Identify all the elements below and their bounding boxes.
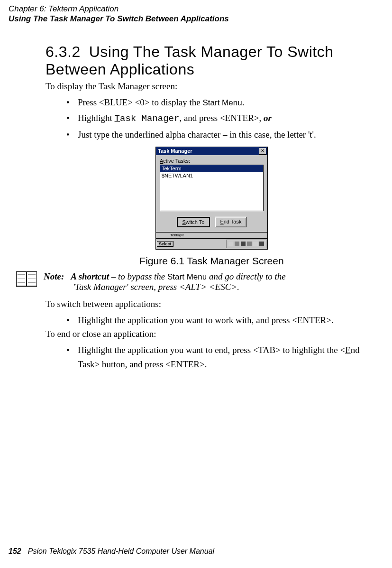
list-item: Highlight Task Manager, and press <ENTER… (66, 111, 378, 126)
manual-title: Psion Teklogix 7535 Hand-Held Computer U… (28, 547, 214, 555)
tray-icon (235, 242, 239, 246)
list-item: Highlight the application you want to en… (66, 343, 378, 371)
tray-icon (253, 242, 258, 246)
underlined-char: T (115, 113, 120, 124)
end-task-button[interactable]: End Task (215, 217, 246, 227)
teklogix-label: Teklogix (170, 233, 184, 237)
mono-task-manager: Task Manager (115, 113, 180, 124)
start-menu-term: Start Menu (167, 272, 207, 281)
list-item: Highlight the application you want to wo… (66, 313, 378, 327)
underlined-char: E (345, 345, 351, 355)
close-icon[interactable]: × (259, 148, 266, 155)
start-menu-term: Start Menu (202, 98, 242, 107)
text: , and press <ENTER>, (179, 113, 264, 123)
titlebar: Task Manager × (156, 147, 267, 155)
text: witch To (186, 219, 205, 225)
text: ctive Tasks: (163, 158, 190, 164)
text: – to bypass the (109, 271, 167, 281)
switch-intro: To switch between applications: (46, 299, 378, 309)
page-footer: 152Psion Teklogix 7535 Hand-Held Compute… (9, 547, 214, 556)
text: A shortcut (71, 271, 109, 281)
text: Highlight the application you want to en… (78, 345, 345, 355)
note-block: Note:A shortcut – to bypass the Start Me… (16, 271, 378, 292)
underlined-char: S (182, 219, 186, 225)
book-icon (16, 271, 37, 287)
list-item[interactable]: TekTerm (160, 165, 263, 172)
switch-to-button[interactable]: Switch To (177, 217, 210, 227)
bullet-list-2: Highlight the application you want to wo… (46, 313, 378, 327)
tray-icon (259, 242, 264, 246)
window-title: Task Manager (158, 148, 259, 154)
text: ask Manager (120, 113, 179, 124)
end-intro: To end or close an application: (46, 329, 378, 339)
tray-icon (247, 242, 252, 246)
tray-icon (241, 242, 246, 246)
system-tray (226, 240, 266, 248)
bullet-list-3: Highlight the application you want to en… (46, 343, 378, 371)
or-text: or (264, 113, 272, 123)
intro-text: To display the Task Manager screen: (46, 81, 378, 92)
section-number: 6.3.2 (46, 43, 81, 60)
section-line: Using The Task Manager To Switch Between… (9, 14, 378, 24)
taskbar: Select (156, 238, 267, 249)
figure: Task Manager × Active Tasks: TekTerm $NE… (46, 147, 378, 250)
underlined-char: E (220, 219, 223, 224)
list-item[interactable]: $NETWLAN1 (160, 172, 263, 179)
select-button[interactable]: Select (157, 241, 173, 247)
brand-bar: Teklogix (156, 232, 267, 238)
chapter-line: Chapter 6: Tekterm Application (9, 4, 378, 14)
running-header: Chapter 6: Tekterm Application Using The… (9, 4, 378, 24)
section-title: Using The Task Manager To Switch Between… (46, 43, 333, 78)
text: . (242, 97, 245, 107)
text: Press <BLUE> <0> to display the (78, 97, 202, 107)
active-tasks-label: Active Tasks: (160, 158, 264, 164)
section-heading: 6.3.2Using The Task Manager To Switch Be… (46, 43, 378, 78)
note-line2: 'Task Manager' screen, press <ALT> <ESC>… (73, 282, 286, 292)
text: and go directly to the (207, 271, 286, 281)
text: nd Task (224, 219, 242, 224)
figure-caption: Figure 6.1 Task Manager Screen (46, 255, 378, 267)
bullet-list-1: Press <BLUE> <0> to display the Start Me… (46, 95, 378, 142)
page-number: 152 (9, 547, 21, 555)
list-item: Press <BLUE> <0> to display the Start Me… (66, 95, 378, 109)
note-label: Note: (44, 271, 64, 281)
text: Highlight (78, 113, 115, 123)
list-item: Just type the underlined alpha character… (66, 128, 378, 141)
active-tasks-listbox[interactable]: TekTerm $NETWLAN1 (160, 165, 264, 211)
task-manager-window: Task Manager × Active Tasks: TekTerm $NE… (155, 147, 268, 250)
tray-icon (228, 242, 233, 246)
